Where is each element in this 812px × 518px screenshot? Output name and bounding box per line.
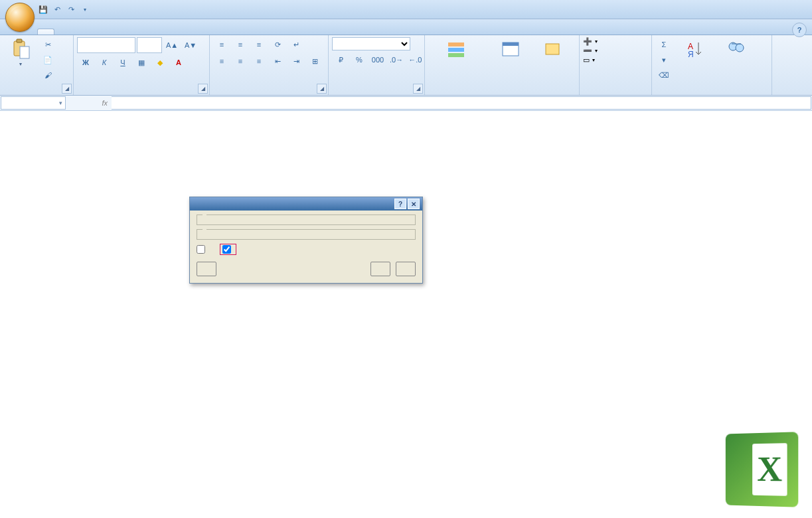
svg-rect-8 (546, 44, 559, 54)
group-font-label (77, 93, 206, 94)
tab-formulas[interactable] (86, 29, 102, 35)
merge-cells-icon[interactable]: ⊞ (306, 54, 323, 68)
format-painter-icon[interactable]: 🖌 (39, 68, 56, 82)
redo-icon[interactable]: ↷ (65, 3, 77, 15)
cancel-button[interactable] (396, 262, 416, 276)
skip-blanks-checkbox[interactable] (197, 244, 208, 255)
group-number-label (332, 93, 421, 94)
grow-font-icon[interactable]: A▲ (163, 38, 181, 52)
percent-format-icon[interactable]: % (351, 52, 368, 67)
tab-developer[interactable] (150, 29, 166, 35)
operation-fieldset (197, 229, 416, 240)
excel-logo-icon (726, 432, 798, 507)
align-left-icon[interactable]: ≡ (213, 54, 230, 68)
cell-styles-button[interactable] (537, 37, 568, 61)
watermark (724, 433, 805, 506)
name-box[interactable] (1, 96, 66, 110)
shrink-font-icon[interactable]: A▼ (182, 38, 199, 52)
comma-format-icon[interactable]: 000 (369, 52, 386, 67)
svg-rect-1 (17, 39, 22, 43)
tab-home[interactable] (37, 29, 54, 35)
tab-page-layout[interactable] (70, 29, 86, 35)
save-icon[interactable]: 💾 (37, 3, 49, 15)
autosum-icon[interactable]: Σ (655, 37, 673, 52)
number-format-combo[interactable] (332, 37, 410, 50)
qat-dropdown-icon[interactable]: ▾ (79, 3, 91, 15)
font-dialog-launcher[interactable]: ◢ (198, 84, 208, 94)
dialog-close-icon[interactable]: ✕ (408, 199, 420, 209)
align-right-icon[interactable]: ≡ (250, 54, 268, 68)
sort-filter-button[interactable]: АЯ (675, 37, 716, 61)
cut-icon[interactable]: ✂ (39, 37, 56, 52)
accounting-format-icon[interactable]: ₽ (332, 52, 349, 67)
chevron-down-icon: ▾ (19, 61, 22, 67)
group-cells-label (583, 93, 648, 94)
svg-rect-3 (448, 43, 464, 46)
decrease-indent-icon[interactable]: ⇤ (269, 54, 286, 68)
svg-text:Я: Я (688, 50, 694, 59)
delete-cells-icon: ➖ (583, 46, 592, 55)
increase-indent-icon[interactable]: ⇥ (287, 54, 305, 68)
group-clipboard-label (3, 93, 70, 94)
conditional-formatting-icon (446, 39, 467, 60)
align-bottom-icon[interactable]: ≡ (250, 37, 268, 52)
number-dialog-launcher[interactable]: ◢ (413, 84, 423, 94)
alignment-dialog-launcher[interactable]: ◢ (317, 84, 327, 94)
insert-cells-button[interactable]: ➕▾ (583, 37, 598, 46)
paste-fieldset (197, 215, 416, 225)
delete-cells-button[interactable]: ➖▾ (583, 46, 598, 55)
undo-icon[interactable]: ↶ (51, 3, 63, 15)
cell-styles-icon (542, 39, 563, 60)
copy-icon[interactable]: 📄 (39, 52, 56, 67)
decrease-decimal-icon[interactable]: ←.0 (406, 52, 424, 67)
conditional-formatting-button[interactable] (428, 37, 484, 61)
tab-insert[interactable] (54, 29, 70, 35)
fx-button[interactable]: fx (66, 96, 112, 110)
font-size-combo[interactable] (137, 37, 162, 53)
increase-decimal-icon[interactable]: .0→ (388, 52, 405, 67)
dialog-help-icon[interactable]: ? (394, 199, 406, 209)
format-cells-icon: ▭ (583, 56, 590, 64)
quick-access-toolbar: 💾 ↶ ↷ ▾ (37, 3, 91, 15)
align-top-icon[interactable]: ≡ (213, 37, 230, 52)
formula-bar[interactable] (112, 96, 811, 110)
find-select-button[interactable] (716, 37, 755, 61)
font-color-button[interactable]: A (170, 55, 187, 70)
border-button[interactable]: ▦ (133, 55, 150, 70)
paste-button[interactable]: ▾ (3, 37, 38, 67)
tab-view[interactable] (134, 29, 150, 35)
paste-link-button (197, 262, 216, 276)
fill-icon[interactable]: ▾ (655, 52, 673, 67)
orientation-icon[interactable]: ⟳ (269, 37, 286, 52)
italic-button[interactable]: К (96, 55, 113, 70)
ribbon: ▾ ✂ 📄 🖌 ◢ A▲ A▼ Ж К Ч ▦ ◆ (0, 35, 812, 96)
underline-button[interactable]: Ч (114, 55, 131, 70)
format-cells-button[interactable]: ▭▾ (583, 56, 595, 64)
help-icon[interactable]: ? (792, 23, 807, 37)
bold-button[interactable]: Ж (77, 55, 94, 70)
format-table-icon (500, 39, 521, 60)
group-alignment-label (213, 93, 325, 94)
align-middle-icon[interactable]: ≡ (232, 37, 249, 52)
insert-cells-icon: ➕ (583, 37, 592, 46)
group-editing-label (655, 93, 768, 94)
svg-rect-2 (20, 46, 29, 58)
find-icon (725, 39, 746, 60)
paste-icon (10, 39, 31, 60)
ribbon-tabs: ? (0, 19, 812, 35)
fill-color-button[interactable]: ◆ (151, 55, 169, 70)
ok-button[interactable] (370, 262, 390, 276)
clear-icon[interactable]: ⌫ (655, 68, 673, 82)
format-as-table-button[interactable] (484, 37, 537, 61)
office-button[interactable] (5, 3, 35, 32)
svg-point-12 (736, 44, 744, 52)
clipboard-dialog-launcher[interactable]: ◢ (62, 84, 72, 94)
align-center-icon[interactable]: ≡ (232, 54, 249, 68)
font-name-combo[interactable] (77, 37, 135, 53)
transpose-checkbox[interactable] (222, 245, 234, 254)
tab-data[interactable] (102, 29, 118, 35)
transpose-highlight (220, 244, 236, 255)
group-styles-label (428, 93, 576, 94)
wrap-text-icon[interactable]: ↵ (287, 37, 305, 52)
tab-review[interactable] (118, 29, 134, 35)
